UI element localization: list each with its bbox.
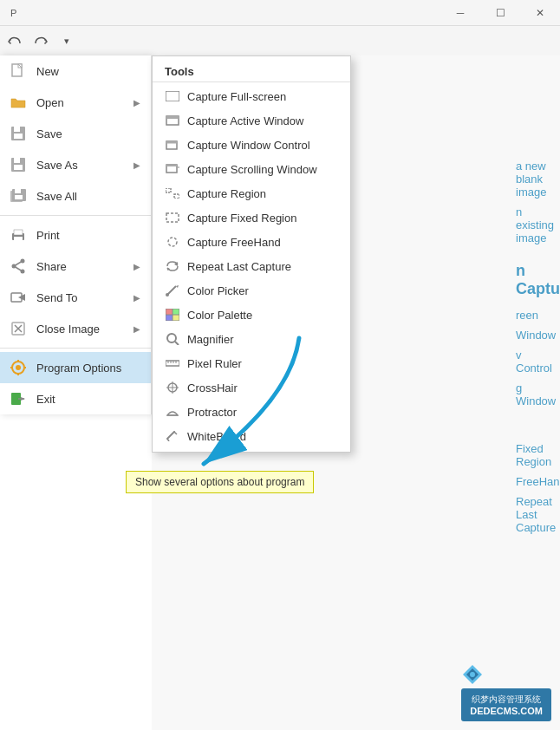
- tool-crosshair[interactable]: CrossHair: [153, 375, 350, 400]
- menu-item-send-to[interactable]: Send To ▶: [0, 282, 151, 313]
- capture-section: n Capture reen Window v Control g Window…: [516, 262, 547, 534]
- menu-item-program-options[interactable]: Program Options: [0, 352, 151, 383]
- scrolling-window-icon: [165, 161, 180, 177]
- svg-rect-38: [166, 165, 177, 166]
- tool-capture-freehand[interactable]: Capture FreeHand: [153, 230, 350, 254]
- tool-magnifier-label: Magnifier: [187, 333, 233, 346]
- color-picker-icon: [165, 283, 180, 298]
- menu-item-new[interactable]: New: [0, 55, 151, 87]
- title-text: P: [10, 8, 16, 18]
- svg-rect-32: [166, 91, 179, 101]
- tool-capture-fullscreen[interactable]: Capture Full-screen: [153, 84, 350, 108]
- cap-scroll-link[interactable]: g Window: [516, 381, 547, 407]
- tool-pixel-ruler-label: Pixel Ruler: [187, 357, 242, 370]
- tool-magnifier[interactable]: Magnifier: [153, 327, 350, 351]
- tool-crosshair-label: CrossHair: [187, 381, 238, 394]
- menu-item-close-image[interactable]: Close Image ▶: [0, 313, 151, 344]
- repeat-icon: [165, 258, 180, 274]
- save-all-icon: [9, 186, 28, 205]
- svg-rect-14: [14, 237, 23, 241]
- more-button[interactable]: ▾: [55, 30, 78, 53]
- svg-rect-42: [166, 213, 179, 222]
- svg-line-69: [167, 439, 169, 441]
- svg-point-73: [470, 672, 475, 677]
- crosshair-icon: [165, 380, 180, 395]
- svg-line-68: [174, 432, 177, 434]
- open-arrow: ▶: [133, 98, 140, 108]
- save-as-icon: [9, 155, 28, 174]
- tool-capture-fixed-region[interactable]: Capture Fixed Region: [153, 205, 350, 230]
- tool-protractor-label: Protractor: [187, 406, 237, 419]
- minimize-button[interactable]: ─: [440, 0, 480, 26]
- svg-rect-10: [15, 189, 21, 193]
- menu-item-save-label: Save: [36, 127, 140, 140]
- tool-capture-active-window[interactable]: Capture Active Window: [153, 108, 350, 133]
- tool-whiteboard-label: WhiteBoard: [187, 430, 246, 443]
- watermark: 织梦内容管理系统 DEDECMS.COM: [461, 663, 551, 721]
- svg-rect-7: [14, 165, 23, 170]
- tools-header: Tools: [153, 60, 350, 82]
- active-window-icon: [165, 113, 180, 128]
- tools-submenu: Tools Capture Full-screen Capture Active…: [152, 55, 351, 453]
- title-controls: ─ ☐ ✕: [440, 0, 560, 26]
- tool-capture-window-control[interactable]: Capture Window Control: [153, 133, 350, 157]
- svg-rect-11: [15, 195, 23, 199]
- title-bar: P ─ ☐ ✕: [0, 0, 560, 26]
- save-as-arrow: ▶: [133, 160, 140, 170]
- svg-point-56: [167, 334, 176, 342]
- menu-item-close-image-label: Close Image: [36, 323, 125, 336]
- cap-control-link[interactable]: v Control: [516, 349, 547, 375]
- send-to-arrow: ▶: [133, 293, 140, 303]
- tool-color-palette-label: Color Palette: [187, 309, 252, 322]
- svg-rect-52: [173, 315, 179, 321]
- close-button[interactable]: ✕: [520, 0, 560, 26]
- cap-freehand-link[interactable]: FreeHand: [516, 475, 547, 488]
- tool-pixel-ruler[interactable]: Pixel Ruler: [153, 351, 350, 375]
- magnifier-icon: [165, 331, 180, 347]
- svg-rect-34: [166, 116, 179, 119]
- svg-rect-49: [166, 309, 173, 315]
- fixed-region-icon: [165, 210, 180, 225]
- svg-rect-6: [14, 158, 20, 163]
- tool-color-palette[interactable]: Color Palette: [153, 303, 350, 327]
- cap-repeat-link[interactable]: Repeat Last Capture: [516, 495, 547, 534]
- window-control-icon: [165, 137, 180, 153]
- svg-point-47: [166, 293, 169, 297]
- cap-window-link[interactable]: Window: [516, 329, 547, 342]
- menu-item-save-all[interactable]: Save All: [0, 180, 151, 212]
- svg-rect-3: [14, 127, 20, 132]
- menu-item-save-as[interactable]: Save As ▶: [0, 149, 151, 180]
- print-icon: [9, 225, 28, 244]
- tool-whiteboard[interactable]: WhiteBoard: [153, 424, 350, 448]
- redo-button[interactable]: [29, 30, 52, 53]
- tool-active-window-label: Capture Active Window: [187, 114, 303, 127]
- menu-item-save-as-label: Save As: [36, 159, 125, 172]
- undo-button[interactable]: [3, 30, 26, 53]
- tool-repeat-last-capture[interactable]: Repeat Last Capture: [153, 254, 350, 278]
- save-icon: [9, 124, 28, 143]
- tool-capture-region[interactable]: Capture Region: [153, 181, 350, 205]
- menu-item-open-label: Open: [36, 96, 125, 109]
- capture-section-title: n Capture: [516, 262, 547, 298]
- menu-item-print[interactable]: Print: [0, 219, 151, 251]
- cap-screen-link[interactable]: reen: [516, 309, 547, 322]
- menu-item-save[interactable]: Save: [0, 118, 151, 149]
- menu-item-open[interactable]: Open ▶: [0, 87, 151, 118]
- menu-item-save-all-label: Save All: [36, 190, 140, 203]
- tool-capture-scrolling-window[interactable]: Capture Scrolling Window: [153, 157, 350, 181]
- svg-line-67: [167, 432, 174, 439]
- maximize-button[interactable]: ☐: [480, 0, 520, 26]
- region-icon: [165, 186, 180, 201]
- tooltip-text: Show several options about program: [135, 476, 304, 488]
- new-blank-link[interactable]: a new blank image: [516, 160, 547, 199]
- file-menu-panel: New Open ▶ Save Save As ▶: [0, 55, 152, 414]
- cap-region-link[interactable]: Fixed Region: [516, 442, 547, 468]
- protractor-icon: [165, 404, 180, 420]
- tool-color-picker[interactable]: Color Picker: [153, 278, 350, 303]
- close-image-icon: [9, 319, 28, 338]
- svg-rect-41: [174, 194, 179, 199]
- menu-item-share[interactable]: Share ▶: [0, 251, 151, 282]
- open-existing-link[interactable]: n existing image: [516, 205, 547, 244]
- menu-item-exit[interactable]: Exit: [0, 383, 151, 414]
- tool-protractor[interactable]: Protractor: [153, 400, 350, 424]
